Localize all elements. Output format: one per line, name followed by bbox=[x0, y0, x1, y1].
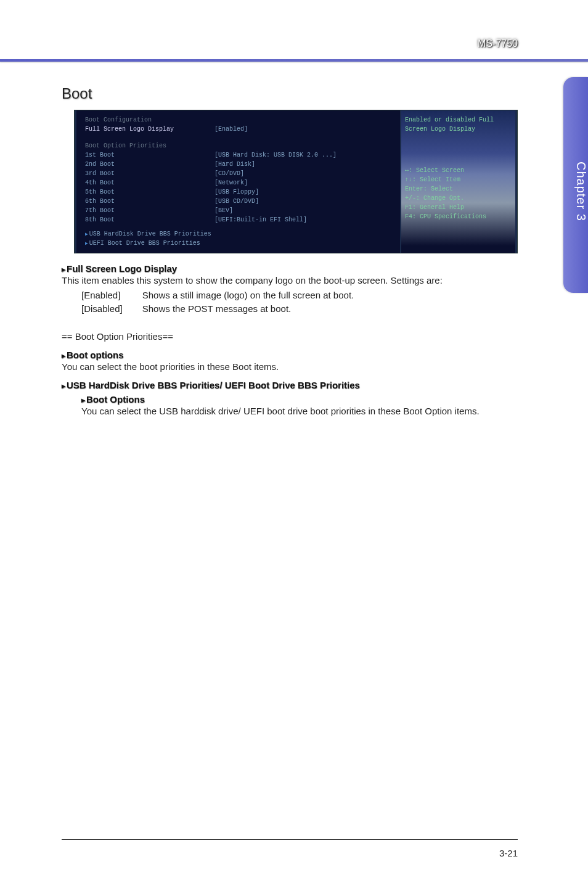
bios-sub-usb-bbs: USB HardDisk Drive BBS Priorities bbox=[85, 229, 211, 239]
item-title-text: Boot options bbox=[67, 350, 123, 360]
bios-key-hint: ↔: Select Screen bbox=[405, 166, 512, 175]
bios-right-pane: Enabled or disabled Full Screen Logo Dis… bbox=[400, 110, 517, 253]
bios-left-pane: Boot Configuration Full Screen Logo Disp… bbox=[75, 110, 400, 253]
item-title-text: USB HardDisk Drive BBS Priorities/ UEFI … bbox=[67, 380, 360, 390]
bootopt-body: You can select the boot priorities in th… bbox=[62, 360, 518, 374]
item-bbs-priorities: USB HardDisk Drive BBS Priorities/ UEFI … bbox=[62, 380, 518, 390]
option-disabled-key: [Disabled] bbox=[81, 302, 142, 316]
option-enabled-key: [Enabled] bbox=[81, 289, 142, 302]
option-enabled-val: Shows a still image (logo) on the full s… bbox=[142, 289, 354, 302]
footer-divider bbox=[62, 839, 518, 840]
header-divider bbox=[0, 59, 588, 62]
section-title: Boot bbox=[62, 85, 518, 102]
bios-boot-value: [USB Floppy] bbox=[214, 187, 259, 197]
fslogo-body: This item enables this system to show th… bbox=[62, 274, 518, 287]
bios-boot-label: 2nd Boot bbox=[85, 160, 214, 169]
bios-boot-value: [CD/DVD] bbox=[214, 169, 244, 178]
page-number: 3-21 bbox=[499, 848, 518, 858]
bios-boot-value: [USB CD/DVD] bbox=[214, 197, 259, 206]
bios-priorities-header: Boot Option Priorities bbox=[85, 141, 214, 150]
bios-key-hint: Enter: Select bbox=[405, 184, 512, 194]
item-title-text: Boot Options bbox=[86, 394, 145, 405]
item-title-text: Full Screen Logo Display bbox=[67, 263, 177, 274]
bios-boot-value: [BEV] bbox=[214, 206, 233, 215]
bios-boot-label: 8th Boot bbox=[85, 215, 214, 224]
bios-boot-label: 1st Boot bbox=[85, 150, 214, 160]
fslogo-options: [Enabled] Shows a still image (logo) on … bbox=[81, 289, 354, 316]
bios-boot-value: [UEFI:Built-in EFI Shell] bbox=[214, 215, 307, 224]
bios-help-text: Enabled or disabled Full Screen Logo Dis… bbox=[405, 115, 512, 134]
option-disabled-val: Shows the POST messages at boot. bbox=[142, 302, 354, 316]
item-boot-options: Boot options bbox=[62, 350, 518, 360]
bios-key-hint: +/-: Change Opt. bbox=[405, 194, 512, 203]
bios-config-header: Boot Configuration bbox=[85, 115, 214, 125]
bios-boot-label: 5th Boot bbox=[85, 187, 214, 197]
model-number: MS-7750 bbox=[478, 38, 518, 49]
bios-key-hint: F4: CPU Specifications bbox=[405, 212, 512, 221]
bbs-sub-block: Boot Options You can select the USB hard… bbox=[81, 394, 518, 418]
bios-key-hint: ↑↓: Select Item bbox=[405, 175, 512, 184]
bios-full-logo-label: Full Screen Logo Display bbox=[85, 125, 214, 134]
bios-boot-label: 4th Boot bbox=[85, 178, 214, 187]
page: MS-7750 Chapter 3 Boot Boot Configuratio… bbox=[0, 0, 588, 883]
item-full-screen-logo: Full Screen Logo Display bbox=[62, 263, 518, 274]
bios-boot-value: [USB Hard Disk: USB DISK 2.0 ...] bbox=[214, 150, 337, 160]
bios-sub-uefi-bbs: UEFI Boot Drive BBS Priorities bbox=[85, 239, 200, 248]
item-bbs-sub-boot-options: Boot Options bbox=[81, 394, 518, 405]
bios-help-keys: ↔: Select Screen ↑↓: Select Item Enter: … bbox=[405, 166, 512, 221]
bios-boot-label: 7th Boot bbox=[85, 206, 214, 215]
bios-boot-value: [Hard Disk] bbox=[214, 160, 255, 169]
bios-boot-label: 3rd Boot bbox=[85, 169, 214, 178]
bios-boot-value: [Network] bbox=[214, 178, 248, 187]
bios-key-hint: F1: General Help bbox=[405, 203, 512, 212]
bios-screenshot: Boot Configuration Full Screen Logo Disp… bbox=[74, 110, 518, 253]
bios-full-logo-value: [Enabled] bbox=[214, 125, 248, 134]
bios-boot-label: 6th Boot bbox=[85, 197, 214, 206]
chapter-tab: Chapter 3 bbox=[563, 77, 588, 293]
bbs-sub-body: You can select the USB harddisk drive/ U… bbox=[81, 405, 518, 418]
boot-priorities-header: == Boot Option Priorities== bbox=[62, 330, 518, 343]
main-content: Boot Boot Configuration Full Screen Logo… bbox=[62, 85, 518, 418]
